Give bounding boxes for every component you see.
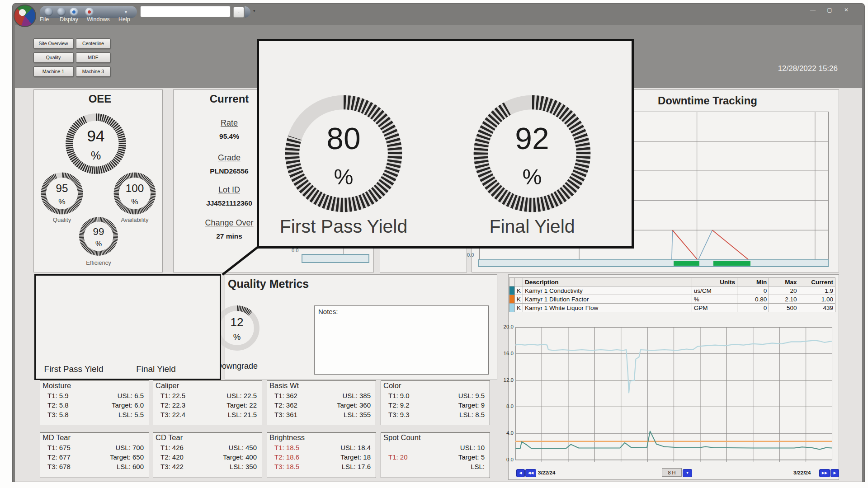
svg-text:%: % [91, 149, 101, 162]
trend-y-tick: 4.0 [497, 430, 514, 436]
nav-button-centerline[interactable]: Centerline [76, 38, 110, 49]
series-swatch [509, 304, 515, 312]
snapshot-icon[interactable] [70, 8, 78, 16]
trend-range-select[interactable]: 8 H [662, 468, 682, 477]
tile-test-value: T3: 22.4 [160, 411, 185, 418]
cell-min: 0.80 [737, 295, 769, 304]
cell-description: Kamyr 1 Dilution Factor [523, 295, 692, 304]
tile-spec-value: LSL: 8.5 [459, 411, 485, 418]
tile-spec-value: LSL: 355 [344, 411, 371, 418]
svg-text:%: % [131, 197, 138, 206]
tile-spec-value: LSL: 17.6 [342, 463, 371, 470]
tile-spec-value: USL: 22.5 [226, 392, 257, 399]
tile-spec-value: USL: 9.5 [458, 392, 485, 399]
maximize-button[interactable]: ▢ [823, 6, 836, 14]
svg-text:94: 94 [87, 127, 105, 145]
nav-button-mde[interactable]: MDE [76, 52, 110, 63]
trend-y-tick: 16.0 [497, 351, 514, 356]
tile-cd-tear: CD TearT1: 426T2: 420T3: 422USL: 450Targ… [153, 432, 262, 478]
tile-title: Basis Wt [269, 381, 299, 390]
blue-dot-icon [72, 10, 75, 14]
tile-test-value: T2: 18.6 [274, 453, 299, 461]
red-dot-icon [88, 10, 91, 14]
series-swatch [509, 286, 515, 295]
tile-md-tear: MD TearT1: 675T2: 677T3: 678USL: 700Targ… [40, 432, 149, 478]
table-header-max[interactable]: Max [769, 278, 799, 286]
tile-test-value: T1: 22.5 [160, 392, 185, 399]
tile-caliper: CaliperT1: 22.5T2: 22.3T3: 22.4USL: 22.5… [153, 380, 262, 425]
downtime-strip [478, 259, 829, 267]
toolbar-dropdown-icon[interactable]: ▾ [253, 9, 255, 13]
menu-item-windows[interactable]: Windows [87, 16, 110, 23]
series-swatch [509, 295, 515, 304]
toolbar-chevron-icon[interactable]: ▾ [125, 9, 127, 14]
menu-item-display[interactable]: Display [60, 16, 78, 23]
table-row[interactable]: KKamyr 1 Dilution Factor%0.802.101.00 [509, 295, 835, 304]
tile-test-value: T1: 426 [160, 444, 184, 451]
trend-page-back-button[interactable]: ◀◀ [525, 469, 536, 477]
address-input[interactable] [140, 6, 231, 17]
trend-y-tick: 20.0 [497, 324, 514, 329]
tile-spec-value: LSL: 350 [230, 463, 257, 470]
downtime-event-bar [674, 261, 699, 266]
cell-current: 1.9 [799, 286, 835, 295]
table-header-min[interactable]: Min [737, 278, 769, 286]
oee-title: OEE [80, 93, 120, 105]
cell-min: 0 [737, 304, 769, 312]
nav-button-machine-3[interactable]: Machine 3 [76, 66, 110, 77]
oee-availability-label: Availability [108, 216, 162, 223]
page: ▾ - ▾ FileDisplayWindowsHelp —▢✕ Site Ov… [0, 0, 868, 488]
cell-tag: K [515, 286, 523, 295]
trend-step-back-button[interactable]: ◀ [516, 469, 525, 477]
tile-test-value: T2: 677 [47, 453, 71, 461]
tile-brightness: BrightnessT1: 18.5T2: 18.6T3: 18.5USL: 1… [267, 432, 376, 478]
tile-title: Moisture [42, 381, 71, 390]
downtime-event-bar [713, 261, 751, 266]
tile-spot-count: Spot CountT1: 20USL: 10Target: 5LSL: [381, 432, 490, 478]
cell-current: 1.00 [799, 295, 835, 304]
trend-step-forward-button[interactable]: ▶ [830, 469, 839, 477]
table-header-units[interactable]: Units [692, 278, 737, 286]
table-row[interactable]: KKamyr 1 White Liquor FlowGPM0500439 [509, 304, 835, 312]
quality-metrics-title: Quality Metrics [228, 277, 354, 291]
trend-page-forward-button[interactable]: ▶▶ [819, 469, 830, 477]
table-header-description[interactable]: Description [523, 278, 692, 286]
nav-button-machine-1[interactable]: Machine 1 [33, 66, 73, 77]
current-title: Current [193, 93, 265, 105]
table-header-current[interactable]: Current [799, 278, 835, 286]
tile-spec-value: Target: 360 [337, 401, 371, 409]
current-mini-bar [302, 254, 369, 263]
menu-item-file[interactable]: File [40, 16, 49, 23]
tile-spec-value: USL: 700 [115, 444, 144, 451]
tag-column-header [515, 278, 523, 286]
tile-test-value: T3: 5.8 [47, 411, 69, 418]
cell-max: 500 [769, 304, 799, 312]
tile-spec-value: Target: 22 [226, 401, 257, 409]
table-row[interactable]: KKamyr 1 Conductivityus/CM0201.9 [509, 286, 835, 295]
tile-spec-value: USL: 6.5 [118, 392, 144, 399]
nav-forward-icon[interactable] [57, 8, 66, 16]
tile-test-value: T2: 5.8 [47, 401, 69, 409]
tile-test-value: T3: 361 [274, 411, 297, 418]
nav-button-site-overview[interactable]: Site Overview [33, 38, 73, 49]
notes-textarea[interactable]: Notes: [314, 305, 489, 375]
menu-item-help[interactable]: Help [118, 16, 130, 23]
tile-spec-value: Target: 18 [340, 453, 371, 461]
minimize-button[interactable]: — [807, 6, 819, 14]
tile-test-value: T3: 9.3 [388, 411, 410, 418]
tile-spec-value: Target: 400 [223, 453, 257, 461]
nav-button-quality[interactable]: Quality [33, 52, 73, 63]
datetime: 12/28/2022 15:26 [723, 64, 838, 73]
svg-text:%: % [95, 240, 102, 248]
cell-units: GPM [692, 304, 737, 312]
cell-description: Kamyr 1 White Liquor Flow [523, 304, 692, 312]
svg-text:95: 95 [56, 182, 68, 194]
tag-table: DescriptionUnitsMinMaxCurrentKKamyr 1 Co… [509, 277, 835, 312]
trend-range-dropdown-button[interactable]: ▼ [683, 469, 692, 477]
overlay-final-yield-gauge: 92% [467, 88, 598, 219]
close-button[interactable]: ✕ [840, 6, 853, 14]
swatch-column-header [509, 278, 515, 286]
record-icon[interactable] [85, 8, 94, 16]
nav-back-icon[interactable] [44, 8, 53, 16]
tile-test-value: T1: 362 [274, 392, 297, 399]
